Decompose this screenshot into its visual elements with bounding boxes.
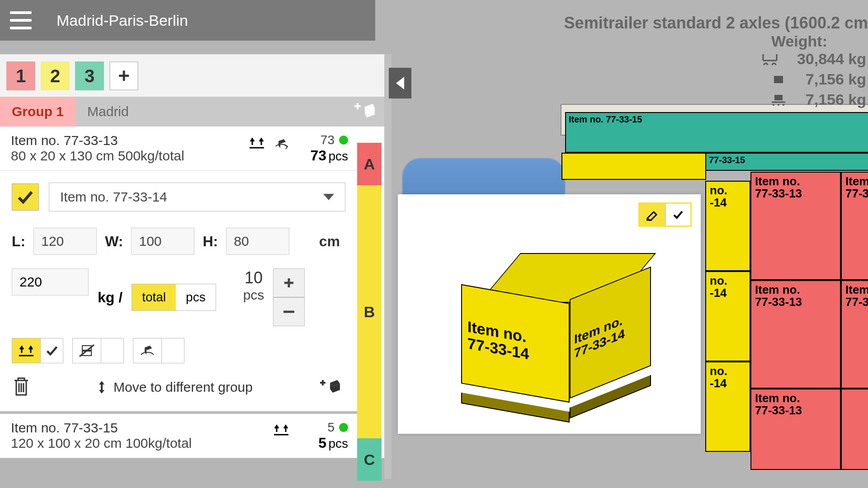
no-stack-icon [73,338,101,363]
add-stop-button[interactable]: + [109,61,138,90]
menu-icon[interactable] [10,11,32,29]
no-rotate-icon [273,136,289,152]
delete-button[interactable] [13,376,30,399]
item-a-name: Item no. 77-33-13 [11,133,249,148]
left-panel: 1 2 3 + Group 1 Madrid Item no. 77-33-13… [0,54,384,458]
app-header: Madrid-Paris-Berlin [0,0,375,41]
marker-b[interactable]: B [357,185,382,438]
item-marker-strip: A B C [357,143,382,481]
item-a-dims: 80 x 20 x 130 cm 500kg/total [11,148,249,164]
weight-value-2: 7,156 kg [806,70,866,88]
pallet-icon [769,94,788,106]
edit-button[interactable] [640,204,665,225]
svg-rect-3 [357,103,359,109]
scrollbar[interactable] [384,54,392,479]
confirm-checkbox[interactable] [12,183,39,211]
tab-madrid[interactable]: Madrid [75,97,141,127]
stops-row: 1 2 3 + [0,54,384,97]
this-way-up-icon [12,338,40,363]
vehicle-info: Semitrailer standard 2 axles (1600.2 cm … [564,14,868,108]
marker-c[interactable]: C [357,438,382,481]
status-dot [339,423,348,432]
stop-2-button[interactable]: 2 [41,61,70,90]
chevron-down-icon [323,194,334,200]
svg-rect-15 [322,380,324,385]
item-c-dims: 120 x 100 x 20 cm 100kg/total [11,436,273,451]
no-stack-option[interactable] [72,338,124,363]
this-way-up-option[interactable] [12,338,63,363]
this-way-up-icon [249,136,265,151]
svg-rect-1 [774,95,783,100]
add-cargo-icon[interactable] [354,103,375,121]
item-c-name: Item no. 77-33-15 [11,420,273,436]
stop-1-button[interactable]: 1 [6,61,35,90]
confirm-button[interactable] [665,204,690,225]
collapse-panel-button[interactable] [389,68,411,99]
weight-value-1: 30,844 kg [797,50,866,68]
svg-rect-0 [774,76,783,83]
caret-left-icon [396,77,404,89]
item-row-b-expanded: Item no. 77-33-14 L: W: H: cm kg / total… [0,171,357,414]
no-rotate-option[interactable] [133,338,184,363]
route-title: Madrid-Paris-Berlin [57,12,188,29]
no-rotate-icon [133,338,161,363]
pcs-count: 10 [245,268,263,287]
weight-mode-toggle[interactable]: total pcs [132,284,216,311]
group-tabs: Group 1 Madrid [0,97,384,127]
increment-button[interactable] [273,268,305,297]
item-row-a[interactable]: Item no. 77-33-13 80 x 20 x 130 cm 500kg… [0,127,357,171]
item-preview-popup: Item no. 77-33-14 Item no. 77-33-14 [398,194,701,434]
item-row-c[interactable]: Item no. 77-33-15 120 x 100 x 20 cm 100k… [0,414,357,458]
vehicle-title: Semitrailer standard 2 axles (1600.2 cm [564,14,868,33]
toggle-pcs[interactable]: pcs [176,284,216,310]
this-way-up-icon [273,423,289,438]
svg-line-11 [80,345,94,357]
weight-input[interactable] [12,268,89,296]
stop-3-button[interactable]: 3 [75,61,104,90]
tab-group-1[interactable]: Group 1 [0,97,75,127]
marker-a[interactable]: A [357,143,382,185]
add-box-button[interactable] [319,377,341,397]
weight-label: Weight: [564,33,868,50]
toggle-total[interactable]: total [132,284,176,310]
item-name-select[interactable]: Item no. 77-33-14 [49,183,345,211]
height-input[interactable] [226,228,289,255]
load-icon [769,75,788,84]
status-dot [339,136,348,145]
weight-value-3: 7,156 kg [806,91,866,108]
width-input[interactable] [131,228,194,255]
length-input[interactable] [33,228,97,255]
move-group-button[interactable]: Move to different group [96,380,253,395]
decrement-button[interactable] [273,297,305,326]
box-preview: Item no. 77-33-14 Item no. 77-33-14 [457,253,628,398]
axle-icon [761,53,779,65]
